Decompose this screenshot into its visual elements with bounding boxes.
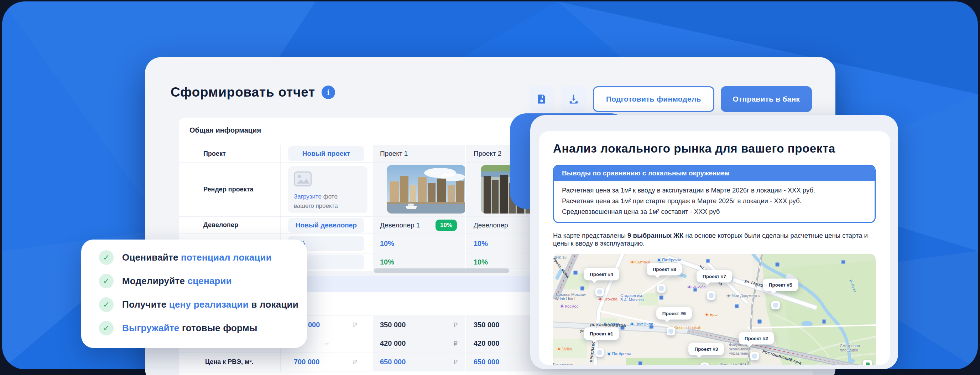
image-placeholder-icon	[294, 171, 312, 187]
price-row-label: Цена к РВЭ, м².	[189, 353, 280, 371]
check-icon: ✓	[99, 297, 114, 312]
page-title: Сформировать отчет i	[170, 85, 335, 100]
toolbar: Подготовить финмодель Отправить в банк	[529, 86, 812, 112]
map-pin[interactable]: Проект #8	[647, 263, 682, 276]
upload-photo-dropzone[interactable]: Загрузите фото вашего проекта	[288, 166, 368, 213]
map-pin-marker[interactable]	[771, 301, 780, 310]
map[interactable]: ШИК 16ПятёрочкаСытныйИнкубоCosmos Moscow…	[553, 254, 876, 365]
checklist-item: ✓Оценивайте потенциал локации	[99, 250, 307, 265]
conclusions-body: Расчетная цена за 1м² к вводу в эксплуат…	[554, 181, 875, 222]
page-title-text: Сформировать отчет	[170, 85, 315, 100]
landing-screenshot: Сформировать отчет i Подготовить финмоде…	[0, 0, 980, 375]
analysis-stack: Анализ локального рынка для вашего проек…	[510, 113, 898, 369]
map-pin[interactable]: Проект #5	[763, 278, 799, 291]
price-value: 420 000	[474, 339, 499, 348]
checklist-item-label: Моделируйте сценарии	[122, 276, 232, 287]
map-poi-label: Ерш	[705, 312, 718, 316]
map-poi-label: Пятёрочка	[657, 258, 681, 262]
conclusions-header: Выводы по сравнению с локальным окружени…	[554, 166, 875, 181]
transit-icon	[735, 304, 739, 308]
map-pin-marker[interactable]	[750, 352, 759, 361]
price-value: 650 000	[380, 358, 406, 366]
price-value: 650 000	[474, 358, 499, 366]
map-note: На карте представлены 9 выбранных ЖК на …	[553, 232, 876, 247]
download-icon	[568, 94, 579, 104]
developer-1-badge: 10%	[436, 220, 457, 231]
map-pin-marker[interactable]	[667, 327, 675, 335]
transit-icon	[822, 319, 826, 324]
benefits-card: ✓Оценивайте потенциал локации✓Моделируйт…	[81, 239, 307, 348]
map-poi-label: Инкубо	[688, 285, 706, 289]
transit-icon	[638, 361, 643, 365]
row-label-developer: Девелопер	[189, 217, 280, 233]
project1-render-photo	[387, 165, 466, 214]
transit-icon	[580, 286, 584, 290]
map-pin-marker[interactable]	[595, 348, 604, 357]
map-poi-label: Сытный	[630, 260, 650, 264]
map-pin[interactable]: Проект #1	[584, 327, 619, 340]
checklist-item: ✓Получите цену реализации в локации	[99, 297, 307, 312]
download-button[interactable]	[561, 86, 587, 112]
row-label-project: Проект	[189, 145, 280, 162]
map-control[interactable]	[863, 360, 872, 365]
map-pin[interactable]: Проект #2	[738, 332, 774, 345]
horizontal-scrollbar[interactable]	[374, 268, 509, 273]
price-row	[179, 371, 813, 375]
checklist-item: ✓Моделируйте сценарии	[99, 274, 307, 288]
conclusion-line: Расчетная цена за 1м² при старте продаж …	[562, 196, 867, 206]
price-value: 350 000	[474, 321, 499, 329]
checklist-item-label: Выгружайте готовые формы	[122, 322, 258, 334]
map-pin-marker[interactable]	[700, 362, 709, 365]
ruble-sign: ₽	[454, 358, 458, 366]
transit-icon	[757, 319, 762, 324]
check-icon: ✓	[99, 321, 114, 335]
map-poi-label: Sicilia	[557, 347, 572, 351]
upload-photo-hint: Загрузите фото вашего проекта	[294, 192, 363, 211]
map-pin-marker[interactable]	[657, 284, 665, 293]
price-value: 350 000	[380, 321, 406, 329]
map-pin[interactable]: Проект #3	[688, 343, 724, 356]
price-value[interactable]: –	[325, 339, 329, 348]
row-label-render: Рендер проекта	[189, 163, 280, 216]
map-pin[interactable]: Проект #7	[697, 270, 732, 282]
price-value: 420 000	[380, 339, 406, 348]
map-poi-label: Пятёрочка	[607, 351, 632, 356]
ruble-sign: ₽	[454, 321, 458, 329]
prepare-finmodel-button[interactable]: Подготовить финмодель	[593, 86, 714, 112]
transit-icon	[659, 295, 663, 300]
map-pin-marker[interactable]	[595, 288, 604, 296]
ruble-sign: ₽	[353, 358, 357, 366]
analysis-content: Анализ локального рынка для вашего проек…	[539, 131, 890, 365]
map-poi-label: Стадион им. В.А. Мягкова	[620, 294, 644, 302]
analysis-title: Анализ локального рынка для вашего проек…	[553, 142, 876, 155]
map-pin-marker[interactable]	[707, 291, 716, 300]
map-poi-label: Тихвинская церковь	[553, 362, 573, 365]
map-pin[interactable]: Проект #4	[584, 268, 619, 280]
transit-icon	[573, 271, 578, 275]
new-developer-button[interactable]: Новый девелопер	[288, 218, 364, 233]
checklist-item-label: Получите цену реализации в локации	[122, 299, 298, 310]
map-poi-label: ВкусВилл	[630, 322, 653, 326]
map-poi-label: Эго-спа	[598, 297, 617, 301]
upload-link[interactable]: Загрузите	[294, 193, 321, 200]
map-poi-label: Смотровая площадка	[840, 344, 860, 352]
checklist-item: ✓Выгружайте готовые формы	[99, 321, 307, 335]
percent-value: 10%	[373, 234, 465, 253]
column-project-1: Проект 1	[373, 145, 465, 162]
send-to-bank-button[interactable]: Отправить в банк	[721, 86, 812, 112]
price-value[interactable]: 000	[308, 321, 320, 329]
map-pin[interactable]: Проект #6	[656, 307, 692, 319]
save-icon	[536, 94, 547, 104]
check-icon: ✓	[99, 250, 114, 265]
map-poi-label: Школа № 1503, старшая школа	[720, 362, 748, 365]
map-poi-label: Мои Документы	[727, 294, 760, 298]
developer-1-value: Девелопер 1	[380, 221, 420, 229]
transit-icon	[706, 259, 710, 263]
price-value[interactable]: 700 000	[294, 358, 320, 366]
info-icon[interactable]: i	[321, 86, 335, 99]
new-project-button[interactable]: Новый проект	[288, 146, 364, 161]
map-poi-label: Cosmos Moscow Vdnh Hotel	[556, 292, 586, 301]
percent-value: 10%	[373, 254, 465, 271]
conclusion-line: Расчетная цена за 1м² к вводу в эксплуат…	[562, 185, 867, 196]
save-button[interactable]	[529, 86, 554, 112]
